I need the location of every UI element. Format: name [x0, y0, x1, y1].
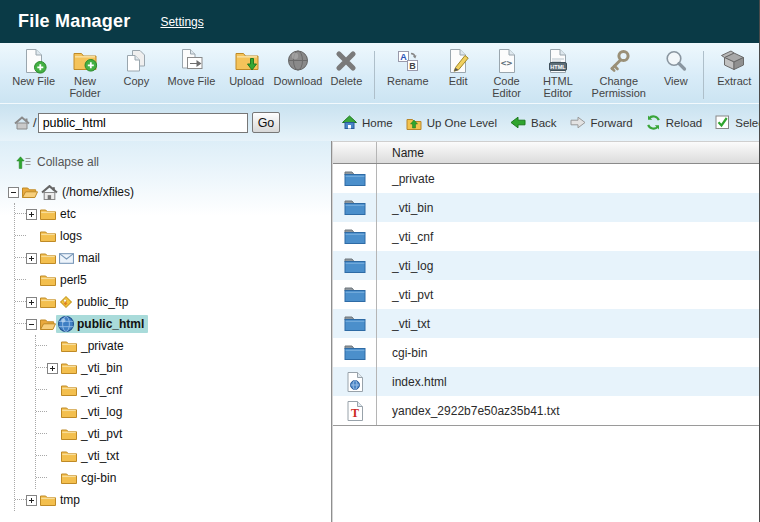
expand-expander[interactable]	[26, 209, 37, 220]
tree-item-tmp[interactable]: tmp	[15, 489, 331, 511]
file-row[interactable]: T yandex_2922b7e50az35b41.txt	[333, 396, 760, 425]
tree-item-private[interactable]: _private	[36, 335, 331, 357]
view-button[interactable]: View	[654, 47, 698, 87]
nav-label: Select all	[735, 117, 760, 129]
up-one-level-icon	[406, 116, 422, 130]
tree-item-label[interactable]: _vti_pvt	[81, 427, 122, 441]
go-button[interactable]: Go	[252, 112, 281, 133]
tree-item-etc[interactable]: etc	[15, 203, 331, 225]
tree-root-label[interactable]: (/home/xfiles)	[62, 185, 134, 199]
settings-link[interactable]: Settings	[160, 15, 203, 29]
tree-item-label[interactable]: _vti_txt	[81, 449, 119, 463]
folder-icon	[40, 230, 56, 242]
blue-folder-icon	[344, 344, 366, 361]
tree-item-label[interactable]: tmp	[60, 493, 80, 507]
rename-icon: AB	[395, 48, 421, 74]
selected-tree-item[interactable]: public_html	[56, 315, 148, 333]
back-icon	[510, 116, 526, 129]
tree-item-label[interactable]: public_html	[77, 317, 144, 331]
extract-icon	[721, 48, 747, 74]
tree-item-label[interactable]: logs	[60, 229, 82, 243]
collapse-all-label: Collapse all	[37, 155, 99, 169]
collapse-expander[interactable]	[8, 187, 19, 198]
home-nav-button[interactable]: Home	[342, 115, 393, 130]
tree-item-label[interactable]: _private	[81, 339, 124, 353]
file-row[interactable]: _vti_log	[333, 251, 760, 280]
file-row[interactable]: _vti_bin	[333, 193, 760, 222]
tree-item-public-ftp[interactable]: public_ftp	[15, 291, 331, 313]
toolbar-label: HTML Editor	[536, 75, 580, 100]
move-file-button[interactable]: Move File	[162, 47, 221, 87]
upload-button[interactable]: Upload	[221, 47, 272, 87]
file-name: _vti_pvt	[377, 280, 760, 309]
tree-item-public-html[interactable]: public_html	[15, 313, 331, 335]
path-input[interactable]	[38, 113, 248, 133]
code-editor-button[interactable]: <> Code Editor	[481, 47, 532, 100]
html-editor-button[interactable]: HTML HTML Editor	[532, 47, 583, 100]
svg-text:HTML: HTML	[550, 64, 566, 70]
tree-item-vti-bin[interactable]: _vti_bin	[36, 357, 331, 379]
file-name: _vti_cnf	[377, 222, 760, 251]
tree-item-logs[interactable]: logs	[15, 225, 331, 247]
back-button[interactable]: Back	[510, 116, 557, 129]
file-list-header: Name	[333, 141, 760, 164]
copy-button[interactable]: Copy	[111, 47, 162, 87]
expand-expander[interactable]	[47, 363, 58, 374]
tree-item-label[interactable]: public_ftp	[77, 295, 128, 309]
tree-item-vti-pvt[interactable]: _vti_pvt	[36, 423, 331, 445]
toolbar-label: Code Editor	[485, 75, 529, 100]
tree-item-mail[interactable]: mail	[15, 247, 331, 269]
tree-item-label[interactable]: _vti_cnf	[81, 383, 122, 397]
tree-item-vti-txt[interactable]: _vti_txt	[36, 445, 331, 467]
toolbar-label: Extract	[717, 75, 751, 87]
folder-icon	[40, 494, 56, 506]
folder-open-icon	[22, 186, 38, 198]
home-path-icon	[14, 116, 30, 130]
change-permission-icon	[606, 48, 632, 74]
rename-button[interactable]: AB Rename	[380, 47, 435, 87]
file-row[interactable]: cgi-bin	[333, 338, 760, 367]
tree-item-label[interactable]: mail	[78, 251, 100, 265]
new-file-button[interactable]: New File	[8, 47, 59, 87]
tree-item-root[interactable]: (/home/xfiles)	[8, 181, 331, 203]
collapse-expander[interactable]	[26, 319, 37, 330]
home-tree-icon	[41, 185, 58, 200]
tree-item-label[interactable]: etc	[60, 207, 76, 221]
toolbar-separator	[703, 51, 704, 99]
tree-item-vti-log[interactable]: _vti_log	[36, 401, 331, 423]
tree-item-label[interactable]: perl5	[60, 273, 87, 287]
delete-button[interactable]: Delete	[324, 47, 370, 87]
tree-item-perl5[interactable]: perl5	[15, 269, 331, 291]
expand-expander[interactable]	[26, 253, 37, 264]
file-row[interactable]: _vti_pvt	[333, 280, 760, 309]
collapse-all-button[interactable]: Collapse all	[16, 155, 331, 169]
tree-item-vti-cnf[interactable]: _vti_cnf	[36, 379, 331, 401]
extract-button[interactable]: Extract	[709, 47, 760, 87]
html-editor-icon: HTML	[545, 48, 571, 74]
folder-icon	[61, 428, 77, 440]
path-bar: / Go	[0, 112, 332, 133]
tree-item-label[interactable]: _vti_bin	[81, 361, 122, 375]
up-one-level-button[interactable]: Up One Level	[406, 116, 497, 130]
tree-item-cgi-bin[interactable]: cgi-bin	[36, 467, 331, 489]
file-row[interactable]: _vti_cnf	[333, 222, 760, 251]
select-all-button[interactable]: Select all	[715, 115, 760, 130]
expand-expander[interactable]	[26, 495, 37, 506]
tree-item-label[interactable]: cgi-bin	[81, 471, 116, 485]
folder-open-icon	[40, 318, 56, 330]
tree-item-label[interactable]: _vti_log	[81, 405, 122, 419]
nav-label: Up One Level	[427, 117, 497, 129]
new-folder-button[interactable]: New Folder	[59, 47, 110, 100]
reload-button[interactable]: Reload	[646, 115, 702, 130]
file-row[interactable]: _private	[333, 164, 760, 193]
expand-expander[interactable]	[26, 297, 37, 308]
forward-button[interactable]: Forward	[570, 116, 633, 129]
toolbar-label: View	[664, 75, 688, 87]
change-permission-button[interactable]: Change Permission	[584, 47, 654, 100]
edit-button[interactable]: Edit	[435, 47, 481, 87]
file-row[interactable]: _vti_txt	[333, 309, 760, 338]
toolbar-label: Move File	[168, 75, 216, 87]
name-column-header[interactable]: Name	[377, 142, 760, 163]
file-row[interactable]: index.html	[333, 367, 760, 396]
download-button[interactable]: Download	[272, 47, 323, 87]
